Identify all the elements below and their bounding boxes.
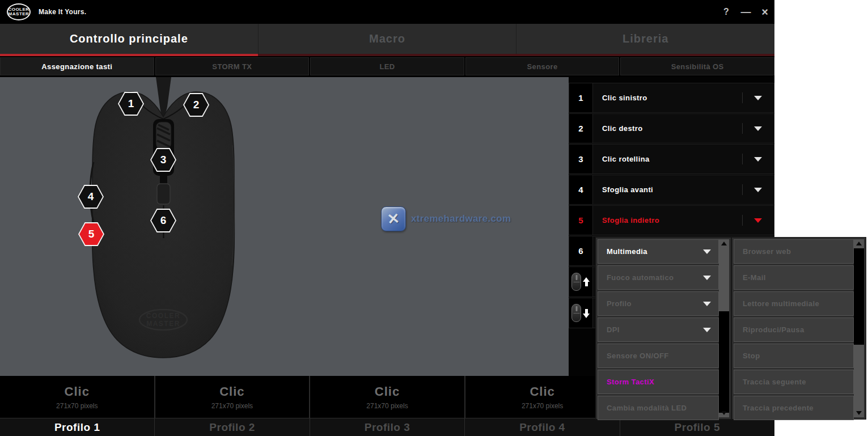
mouse-button-marker-4[interactable]: 4 bbox=[78, 185, 104, 209]
subtab-sensibilita-os[interactable]: Sensibilità OS bbox=[620, 57, 774, 75]
arrow-down-icon bbox=[583, 308, 590, 318]
submenu-item-traccia-precedente[interactable]: Traccia precedente bbox=[734, 396, 854, 420]
row-dropdown-zone[interactable] bbox=[742, 175, 774, 204]
tab-libreria[interactable]: Libreria bbox=[516, 24, 774, 54]
main-tab-bar: Controllo principale Macro Libreria bbox=[0, 24, 774, 54]
row-number: 5 bbox=[569, 206, 593, 235]
active-tab-underline-segment bbox=[0, 54, 258, 56]
row-dropdown-zone[interactable] bbox=[742, 83, 774, 112]
row-icon-cell bbox=[569, 267, 593, 297]
row-dropdown-zone[interactable] bbox=[742, 206, 774, 235]
submenu-item-browser-web[interactable]: Browser web bbox=[734, 239, 854, 264]
submenu-item-email[interactable]: E-Mail bbox=[734, 265, 854, 290]
menu-item-fuoco-automatico[interactable]: Fuoco automatico bbox=[598, 265, 719, 290]
logo-line2: MASTER bbox=[9, 12, 29, 16]
row-dropdown-zone[interactable] bbox=[742, 114, 774, 143]
menu-item-label: E-Mail bbox=[743, 273, 766, 282]
menu-item-cambia-modalita-led[interactable]: Cambia modalità LED bbox=[598, 396, 719, 420]
scroll-down-arrow-icon[interactable] bbox=[721, 411, 727, 415]
tab-macro[interactable]: Macro bbox=[259, 24, 517, 54]
menu-item-label: Storm TactiX bbox=[607, 378, 654, 386]
submenu-item-riproduci-pausa[interactable]: Riproduci/Pausa bbox=[734, 318, 854, 342]
profile-tab-2[interactable]: Profilo 2 bbox=[155, 418, 310, 436]
profile-preview-1[interactable]: Clic 271x70 pixels bbox=[0, 376, 155, 418]
submenu-items: Browser web E-Mail Lettore multimediale … bbox=[732, 238, 854, 419]
subtab-sensore[interactable]: Sensore bbox=[465, 57, 620, 75]
menu-item-label: Sensore ON/OFF bbox=[607, 352, 669, 360]
mouse-button-marker-1[interactable]: 1 bbox=[118, 92, 144, 116]
assignment-row-3[interactable]: 3 Clic rotellina bbox=[569, 144, 774, 174]
submenu-item-traccia-seguente[interactable]: Traccia seguente bbox=[734, 370, 854, 394]
scrollbar-thumb[interactable] bbox=[719, 311, 729, 413]
row-dropdown-zone[interactable] bbox=[742, 145, 774, 173]
brand-tagline: Make It Yours. bbox=[39, 8, 86, 16]
scroll-down-arrow-icon[interactable] bbox=[856, 411, 862, 415]
xtremehardware-x-icon: ✕ bbox=[381, 206, 406, 231]
mouse-button-marker-2[interactable]: 2 bbox=[183, 93, 209, 117]
svg-text:MASTER: MASTER bbox=[146, 320, 180, 328]
assignment-row-5-selected[interactable]: 5 Sfoglia indietro bbox=[569, 205, 774, 235]
minimize-icon[interactable]: — bbox=[736, 6, 755, 18]
scroll-up-arrow-icon[interactable] bbox=[721, 242, 727, 245]
profile-preview-3[interactable]: Clic 271x70 pixels bbox=[310, 376, 465, 418]
profile-tab-bar: Profilo 1 Profilo 2 Profilo 3 Profilo 4 … bbox=[0, 418, 774, 436]
assignment-row-4[interactable]: 4 Sfoglia avanti bbox=[569, 175, 774, 205]
row-number: 4 bbox=[569, 175, 593, 204]
menu-item-sensore-on-off[interactable]: Sensore ON/OFF bbox=[598, 344, 719, 368]
preview-size: 271x70 pixels bbox=[56, 402, 98, 410]
watermark: ✕ xtremehardware.com bbox=[381, 206, 511, 231]
preview-label: Clic bbox=[530, 384, 554, 399]
chevron-down-icon bbox=[754, 157, 762, 162]
tab-controllo-principale[interactable]: Controllo principale bbox=[0, 24, 259, 54]
mouse-button-marker-6[interactable]: 6 bbox=[150, 209, 176, 232]
menu-item-multimedia[interactable]: Multimedia bbox=[598, 239, 719, 264]
cooler-master-logo: COOLER MASTER bbox=[7, 3, 31, 20]
subtab-assegnazione-tasti[interactable]: Assegnazione tasti bbox=[0, 57, 154, 75]
row-icon-cell bbox=[569, 298, 593, 328]
row-number: 1 bbox=[569, 83, 593, 112]
scrollbar-thumb[interactable] bbox=[854, 248, 864, 345]
preview-size: 271x70 pixels bbox=[211, 402, 253, 410]
submenu-item-stop[interactable]: Stop bbox=[734, 344, 854, 368]
mouse-scroll-down-icon bbox=[571, 304, 581, 322]
menu-item-label: Browser web bbox=[743, 247, 791, 256]
menu-item-label: Cambia modalità LED bbox=[607, 404, 687, 412]
marker-number: 1 bbox=[118, 92, 144, 116]
row-label: Clic rotellina bbox=[593, 145, 742, 173]
sub-tab-bar: Assegnazione tasti STORM TX LED Sensore … bbox=[0, 56, 774, 77]
preview-size: 271x70 pixels bbox=[366, 402, 408, 410]
app-window: COOLER MASTER Make It Yours. ? — × Contr… bbox=[0, 0, 774, 436]
menu-item-label: Riproduci/Pausa bbox=[743, 325, 805, 334]
profile-tab-3[interactable]: Profilo 3 bbox=[310, 418, 465, 436]
active-tab-underline bbox=[0, 54, 774, 56]
mouse-button-marker-5-selected[interactable]: 5 bbox=[78, 222, 104, 246]
submenu-scrollbar[interactable] bbox=[854, 239, 864, 417]
menu-item-label: Profilo bbox=[607, 299, 632, 308]
assignment-row-1[interactable]: 1 Clic sinistro bbox=[569, 83, 774, 113]
subtab-led[interactable]: LED bbox=[310, 57, 464, 75]
menu-item-label: Multimedia bbox=[607, 247, 647, 256]
row-number: 3 bbox=[569, 145, 593, 173]
menu-item-storm-tactix[interactable]: Storm TactiX bbox=[598, 370, 719, 394]
menu-scrollbar[interactable] bbox=[719, 239, 729, 417]
multimedia-submenu: Browser web E-Mail Lettore multimediale … bbox=[731, 237, 866, 420]
menu-item-profilo[interactable]: Profilo bbox=[598, 291, 719, 316]
submenu-item-lettore-multimediale[interactable]: Lettore multimediale bbox=[734, 291, 854, 316]
x-glyph: ✕ bbox=[387, 209, 401, 228]
profile-tab-1[interactable]: Profilo 1 bbox=[0, 418, 155, 436]
profile-tab-4[interactable]: Profilo 4 bbox=[465, 418, 620, 436]
subtab-storm-tx[interactable]: STORM TX bbox=[155, 57, 310, 75]
row-label: Clic sinistro bbox=[593, 83, 742, 112]
menu-item-dpi[interactable]: DPI bbox=[598, 318, 719, 342]
mouse-button-marker-3[interactable]: 3 bbox=[150, 148, 176, 172]
svg-text:COOLER: COOLER bbox=[146, 312, 180, 320]
chevron-down-icon bbox=[703, 276, 711, 280]
preview-label: Clic bbox=[65, 384, 90, 399]
profile-tab-5[interactable]: Profilo 5 bbox=[620, 418, 774, 436]
assignment-row-2[interactable]: 2 Clic destro bbox=[569, 113, 774, 143]
scroll-up-arrow-icon[interactable] bbox=[856, 242, 862, 245]
mouse-scroll-up-icon bbox=[571, 273, 581, 291]
help-icon[interactable]: ? bbox=[717, 7, 736, 17]
close-icon[interactable]: × bbox=[755, 6, 774, 19]
profile-preview-2[interactable]: Clic 271x70 pixels bbox=[155, 376, 311, 418]
